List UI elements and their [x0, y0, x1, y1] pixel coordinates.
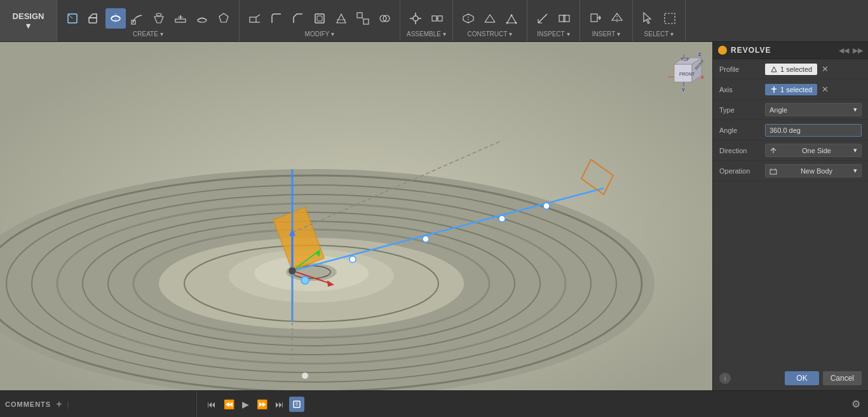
svg-marker-3 [89, 14, 97, 18]
svg-text:TOP: TOP [681, 57, 690, 62]
angle-label: Angle [719, 126, 765, 134]
profile-row: Profile 1 selected ✕ [713, 59, 868, 79]
svg-point-70 [499, 215, 505, 222]
skip-to-start-button[interactable]: ⏮ [205, 398, 219, 411]
3d-viewport[interactable]: FRONT RIGHT TOP Y X Z [0, 42, 712, 390]
operation-dropdown-chevron: ▾ [853, 167, 857, 175]
design-menu[interactable]: DESIGN ▾ [0, 0, 57, 41]
select-dropdown-icon[interactable]: ▾ [670, 31, 674, 38]
scale-icon[interactable] [353, 8, 373, 29]
select-group: SELECT ▾ [633, 0, 686, 41]
shell-icon[interactable] [309, 8, 330, 29]
press-pull-icon[interactable] [245, 8, 265, 29]
more-shapes-icon[interactable] [214, 8, 234, 29]
operation-dropdown[interactable]: New Body ▾ [765, 164, 862, 177]
construct-dropdown-icon[interactable]: ▾ [509, 31, 512, 38]
svg-rect-16 [317, 16, 322, 21]
profile-clear-btn[interactable]: ✕ [820, 64, 831, 74]
rib-icon[interactable] [170, 8, 191, 29]
rigid-group-icon[interactable] [427, 8, 447, 29]
panel-header: REVOLVE ◀◀ ▶▶ [713, 42, 868, 59]
design-dropdown-icon: ▾ [26, 21, 31, 31]
direction-label: Direction [719, 147, 765, 154]
profile-control: 1 selected ✕ [765, 64, 862, 75]
modify-dropdown-icon[interactable]: ▾ [331, 31, 334, 38]
draft-icon[interactable] [331, 8, 351, 29]
angle-row: Angle [713, 120, 868, 140]
create-dropdown-icon[interactable]: ▾ [160, 31, 163, 38]
loft-icon[interactable] [149, 8, 169, 29]
offset-plane-icon[interactable] [458, 8, 478, 29]
skip-to-end-button[interactable]: ⏭ [273, 398, 287, 411]
sweep-icon[interactable] [127, 8, 147, 29]
svg-text:FRONT: FRONT [679, 72, 695, 76]
angle-input[interactable] [765, 124, 862, 137]
next-frame-button[interactable]: ⏩ [254, 398, 270, 411]
inspect-dropdown-icon[interactable]: ▾ [567, 31, 570, 38]
svg-rect-40 [559, 15, 565, 22]
emboss-icon[interactable] [192, 8, 212, 29]
prev-frame-button[interactable]: ⏪ [221, 398, 237, 411]
fillet-icon[interactable] [266, 8, 287, 29]
svg-rect-19 [357, 13, 362, 18]
svg-point-71 [543, 203, 550, 209]
svg-point-24 [413, 16, 418, 21]
bottom-bar: COMMENTS + | ⏮ ⏪ ▶ ⏩ ⏭ ⚙ [0, 390, 868, 417]
insert-dropdown-icon[interactable]: ▾ [617, 31, 620, 38]
operation-label: Operation [719, 167, 765, 175]
insert-group: INSERT ▾ [580, 0, 633, 41]
panel-expand-right[interactable]: ▶▶ [853, 46, 863, 55]
type-dropdown-chevron: ▾ [853, 106, 857, 114]
create-group: CREATE ▾ [57, 0, 240, 41]
insert-derive-icon[interactable] [585, 8, 606, 29]
timeline-thumb[interactable] [289, 397, 304, 412]
svg-text:Z: Z [698, 52, 702, 57]
interference-icon[interactable] [554, 8, 574, 29]
svg-point-35 [515, 22, 517, 24]
axis-selected-btn[interactable]: 1 selected [765, 84, 817, 95]
panel-collapse-left[interactable]: ◀◀ [839, 46, 849, 55]
select-cursor-icon[interactable] [638, 8, 658, 29]
combine-icon[interactable] [374, 8, 395, 29]
comments-section: COMMENTS + | [0, 391, 197, 417]
panel-title: REVOLVE [731, 46, 771, 55]
axis-label: Axis [719, 86, 765, 93]
plane-angle-icon[interactable] [480, 8, 500, 29]
add-comment-button[interactable]: + [56, 399, 62, 410]
axis-control: 1 selected ✕ [765, 84, 862, 95]
info-icon[interactable]: i [719, 373, 731, 384]
measure-icon[interactable] [532, 8, 553, 29]
construct-group: CONSTRUCT ▾ [453, 0, 527, 41]
svg-marker-17 [337, 14, 346, 23]
viewcube[interactable]: FRONT RIGHT TOP Y X Z [661, 48, 706, 93]
insert-mesh-icon[interactable] [607, 8, 627, 29]
type-control: Angle ▾ [765, 103, 862, 116]
select-box-icon[interactable] [660, 8, 680, 29]
select-label: SELECT [644, 31, 669, 38]
extrude-icon[interactable] [84, 8, 104, 29]
svg-point-81 [288, 267, 296, 275]
direction-dropdown[interactable]: One Side ▾ [765, 144, 862, 157]
play-button[interactable]: ▶ [240, 398, 252, 411]
comments-label: COMMENTS [5, 400, 51, 408]
axis-clear-btn[interactable]: ✕ [820, 85, 831, 94]
revolve-icon[interactable] [105, 8, 126, 29]
chamfer-icon[interactable] [288, 8, 308, 29]
svg-marker-48 [644, 13, 651, 24]
svg-text:X: X [701, 75, 704, 79]
settings-button[interactable]: ⚙ [844, 398, 868, 410]
svg-marker-13 [219, 13, 228, 22]
svg-rect-30 [438, 16, 442, 21]
modify-label: MODIFY [305, 31, 330, 38]
type-dropdown[interactable]: Angle ▾ [765, 103, 862, 116]
new-body-icon[interactable] [62, 8, 83, 29]
assemble-dropdown-icon[interactable]: ▾ [443, 31, 446, 38]
ok-button[interactable]: OK [785, 371, 818, 385]
revolve-panel: REVOLVE ◀◀ ▶▶ Profile 1 selected ✕ Axis [712, 42, 868, 390]
cancel-button[interactable]: Cancel [823, 371, 862, 385]
plane-3points-icon[interactable] [501, 8, 522, 29]
profile-selected-btn[interactable]: 1 selected [765, 64, 817, 75]
svg-point-68 [349, 256, 356, 263]
svg-point-83 [302, 373, 308, 379]
joint-icon[interactable] [405, 8, 426, 29]
